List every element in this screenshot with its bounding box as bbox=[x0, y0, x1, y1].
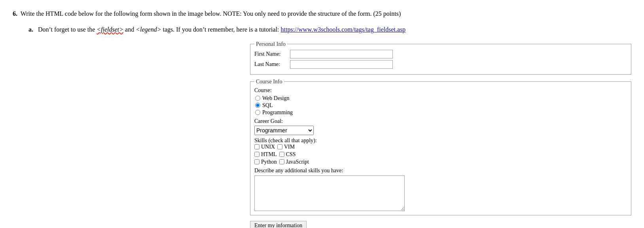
skill-unix: UNIX bbox=[254, 144, 275, 150]
subquestion-text2: and bbox=[123, 26, 136, 33]
first-name-row: First Name: bbox=[254, 50, 627, 58]
subquestion-label: a. bbox=[28, 26, 36, 33]
last-name-input[interactable] bbox=[290, 60, 393, 69]
submit-area: Enter my information bbox=[250, 221, 631, 228]
skills-row-1: UNIX VIM bbox=[254, 144, 627, 150]
career-goal-section: Career Goal: Programmer Designer Develop… bbox=[254, 118, 627, 135]
career-goal-select[interactable]: Programmer Designer Developer bbox=[254, 126, 314, 135]
radio-sql: SQL bbox=[255, 102, 627, 109]
first-name-label: First Name: bbox=[254, 51, 290, 57]
additional-skills-section: Describe any additional skills you have: bbox=[254, 168, 627, 211]
skill-javascript: JavaScript bbox=[279, 159, 309, 165]
skill-vim-label: VIM bbox=[284, 144, 295, 150]
skill-python-label: Python bbox=[261, 159, 277, 165]
course-info-content: Course: Web Design SQL Programming Caree… bbox=[254, 87, 627, 211]
personal-info-legend: Personal Info bbox=[254, 41, 287, 47]
first-name-input[interactable] bbox=[290, 50, 393, 58]
submit-button[interactable]: Enter my information bbox=[250, 221, 307, 228]
skills-label: Skills (check all that apply): bbox=[254, 138, 627, 144]
checkbox-javascript[interactable] bbox=[279, 159, 284, 164]
radio-web-design-input[interactable] bbox=[255, 96, 260, 101]
skill-css: CSS bbox=[279, 151, 296, 158]
radio-programming-label: Programming bbox=[262, 109, 293, 116]
checkbox-python[interactable] bbox=[254, 159, 259, 164]
subquestion: a. Don’t forget to use the <fieldset> an… bbox=[28, 24, 631, 35]
question-number: 6. bbox=[13, 10, 17, 17]
radio-sql-input[interactable] bbox=[255, 103, 260, 108]
skills-section: Skills (check all that apply): UNIX VIM … bbox=[254, 138, 627, 165]
skill-html-label: HTML bbox=[261, 151, 277, 158]
question-header: 6. Write the HTML code below for the fol… bbox=[13, 9, 631, 18]
checkbox-unix[interactable] bbox=[254, 144, 259, 149]
last-name-row: Last Name: bbox=[254, 60, 627, 69]
legend-tag: <legend> bbox=[136, 26, 161, 33]
skill-python: Python bbox=[254, 159, 277, 165]
skill-unix-label: UNIX bbox=[261, 144, 275, 150]
radio-web-design: Web Design bbox=[255, 95, 627, 102]
form-area: Personal Info First Name: Last Name: Cou… bbox=[250, 41, 631, 215]
skill-javascript-label: JavaScript bbox=[286, 159, 309, 165]
skill-vim: VIM bbox=[277, 144, 295, 150]
radio-web-design-label: Web Design bbox=[262, 95, 289, 102]
skills-row-3: Python JavaScript bbox=[254, 159, 627, 165]
question-text: Write the HTML code below for the follow… bbox=[21, 10, 401, 17]
checkbox-vim[interactable] bbox=[277, 144, 282, 149]
course-info-fieldset: Course Info Course: Web Design SQL Progr… bbox=[250, 79, 631, 215]
tutorial-link[interactable]: https://www.w3schools.com/tags/tag_field… bbox=[281, 26, 406, 33]
subquestion-text3: tags. If you don’t remember, here is a t… bbox=[161, 26, 280, 33]
checkbox-html[interactable] bbox=[254, 152, 259, 157]
skills-row-2: HTML CSS bbox=[254, 151, 627, 158]
subquestion-text1: Don’t forget to use the bbox=[38, 26, 97, 33]
course-label: Course: bbox=[254, 87, 627, 94]
fieldset-tag: <fieldset> bbox=[97, 26, 123, 33]
radio-programming: Programming bbox=[255, 109, 627, 116]
radio-programming-input[interactable] bbox=[255, 110, 260, 115]
career-goal-label: Career Goal: bbox=[254, 118, 627, 124]
additional-skills-textarea[interactable] bbox=[254, 175, 405, 211]
course-info-legend: Course Info bbox=[254, 79, 284, 85]
personal-info-fieldset: Personal Info First Name: Last Name: bbox=[250, 41, 631, 75]
last-name-label: Last Name: bbox=[254, 61, 290, 68]
additional-skills-label: Describe any additional skills you have: bbox=[254, 168, 343, 173]
radio-sql-label: SQL bbox=[262, 102, 273, 109]
skill-html: HTML bbox=[254, 151, 277, 158]
skill-css-label: CSS bbox=[286, 151, 296, 158]
checkbox-css[interactable] bbox=[279, 152, 284, 157]
